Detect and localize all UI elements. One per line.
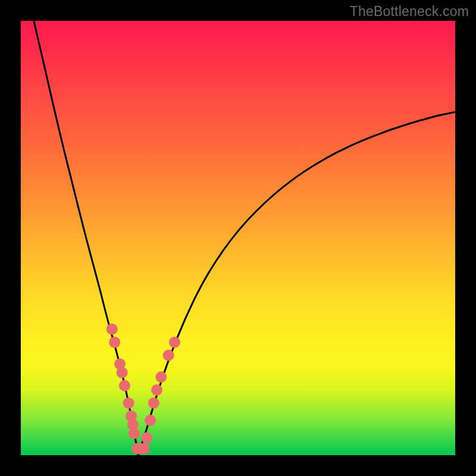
data-dot bbox=[163, 350, 174, 361]
curve-layer bbox=[34, 21, 455, 455]
chart-svg bbox=[21, 21, 455, 455]
data-dot bbox=[145, 415, 156, 426]
dot-layer bbox=[107, 324, 180, 455]
curve-right-branch bbox=[138, 112, 455, 455]
data-dot bbox=[141, 432, 152, 443]
data-dot bbox=[119, 380, 130, 392]
chart-frame: TheBottleneck.com bbox=[0, 0, 476, 476]
data-dot bbox=[117, 367, 128, 378]
data-dot bbox=[123, 397, 134, 409]
data-dot bbox=[109, 337, 120, 348]
data-dot bbox=[169, 337, 180, 348]
data-dot bbox=[129, 428, 140, 439]
data-dot bbox=[155, 371, 167, 383]
data-dot bbox=[139, 443, 150, 455]
data-dot bbox=[107, 324, 118, 335]
watermark-text: TheBottleneck.com bbox=[350, 4, 469, 20]
data-dot bbox=[151, 384, 162, 396]
data-dot bbox=[148, 397, 159, 409]
plot-area bbox=[21, 21, 455, 455]
